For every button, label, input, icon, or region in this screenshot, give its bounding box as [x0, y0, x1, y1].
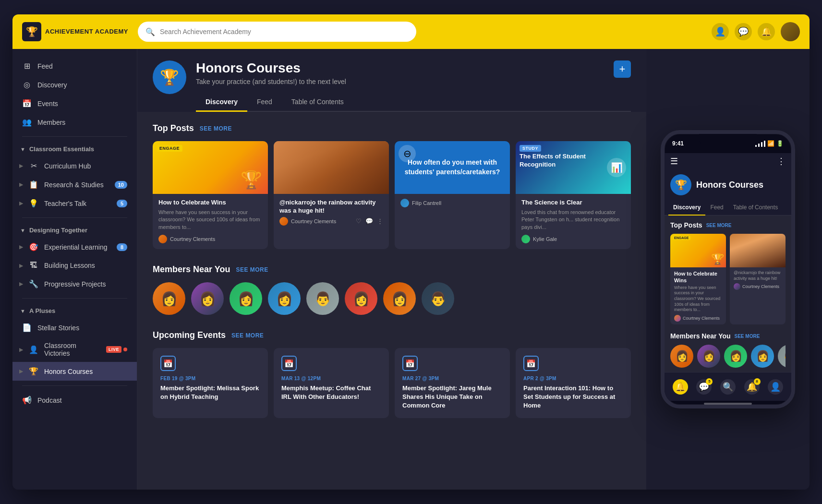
- section-label: Designing Together: [29, 227, 87, 234]
- sidebar-item-feed[interactable]: ⊞ Feed: [12, 57, 137, 75]
- post-card-2[interactable]: @nickarrojo the rainbow activity was a h…: [274, 141, 389, 249]
- phone-member-1[interactable]: 👩: [670, 345, 693, 368]
- phone-members-see-more[interactable]: SEE MORE: [735, 334, 760, 339]
- notification-icon-btn[interactable]: 🔔: [758, 23, 775, 40]
- tabs-bar: Discovery Feed Table of Contents: [196, 93, 631, 112]
- event-card-1[interactable]: 📅 FEB 19 @ 3PM Member Spotlight: Melissa…: [153, 348, 268, 418]
- event-card-4[interactable]: 📅 APR 2 @ 3PM Parent Interaction 101: Ho…: [516, 348, 631, 418]
- section-designing-together[interactable]: ▼ Designing Together: [12, 223, 137, 238]
- expand-arrow-icon: ▶: [19, 181, 23, 188]
- phone-post-excerpt-2: @nickarrojo the rainbow activity was a h…: [734, 270, 782, 281]
- phone-trophy-icon: 🏆: [711, 253, 724, 265]
- phone-tag-1: ENGAGE: [672, 236, 690, 240]
- sidebar-item-discovery[interactable]: ◎ Discovery: [12, 75, 137, 94]
- phone-bottom-home[interactable]: 🔔: [673, 379, 688, 395]
- events-icon: 📅: [22, 99, 32, 108]
- phone-tab-feed[interactable]: Feed: [705, 200, 728, 216]
- member-avatar-6[interactable]: 👩: [345, 282, 377, 315]
- content-area: 🏆 Honors Courses Take your practice (and…: [137, 49, 646, 490]
- phone-post-img-1: ENGAGE 🏆: [670, 234, 726, 267]
- live-circle-icon: [123, 348, 127, 351]
- section-classroom-essentials[interactable]: ▼ Classroom Essentials: [12, 142, 137, 156]
- phone-group-header: 🏆 Honors Courses: [665, 169, 791, 200]
- sidebar-item-building-lessons[interactable]: ▶ 🏗 Building Lessons: [12, 256, 137, 275]
- sidebar-item-experiential-learning[interactable]: ▶ 🎯 Experiential Learning 8: [12, 238, 137, 256]
- sidebar-item-label: Discovery: [37, 81, 67, 89]
- more-options-icon[interactable]: ⋮: [777, 156, 786, 167]
- members-see-more[interactable]: SEE MORE: [236, 266, 268, 273]
- phone-post-img-2: [730, 234, 786, 267]
- event-card-3[interactable]: 📅 MAR 27 @ 3PM Member Spotlight: Jareg M…: [395, 348, 510, 418]
- phone-bottom-profile[interactable]: 👤: [768, 379, 783, 395]
- phone-post-card-2[interactable]: @nickarrojo the rainbow activity was a h…: [730, 234, 786, 324]
- phone-bottom-bell[interactable]: 🔔 8: [744, 379, 760, 395]
- experiential-icon: 🎯: [29, 242, 38, 252]
- post-author-1: Courtney Clements: [158, 235, 262, 243]
- sidebar-item-research-studies[interactable]: ▶ 📋 Research & Studies 10: [12, 175, 137, 194]
- experiential-badge: 8: [117, 243, 127, 251]
- phone-bottom-bar: 🔔 💬 5 🔍 🔔 8: [665, 372, 791, 401]
- live-badge: LIVE: [106, 346, 127, 353]
- phone-member-4[interactable]: 👩: [751, 345, 774, 368]
- phone-post-card-1[interactable]: ENGAGE 🏆 How to Celebrate Wins Where hav…: [670, 234, 726, 324]
- phone-member-3[interactable]: 👩: [724, 345, 747, 368]
- post-card-1[interactable]: ENGAGE 🏆 How to Celebrate Wins Where hav…: [153, 141, 268, 249]
- phone-notch: [699, 134, 757, 146]
- member-img-7: 👩: [383, 282, 416, 315]
- honors-icon: 🏆: [29, 367, 38, 376]
- sidebar-item-teachers-talk[interactable]: ▶ 💡 Teacher's Talk 5: [12, 194, 137, 213]
- post-card-4[interactable]: STUDY The Effects of Student Recognition…: [516, 141, 631, 249]
- member-avatar-5[interactable]: 👨: [306, 282, 339, 315]
- phone-group-logo: 🏆: [670, 174, 691, 195]
- search-input[interactable]: [160, 28, 409, 36]
- phone-tab-discovery[interactable]: Discovery: [668, 200, 705, 216]
- phone-top-posts-see-more[interactable]: SEE MORE: [706, 223, 732, 228]
- member-avatar-2[interactable]: 👩: [191, 282, 224, 315]
- member-avatar-8[interactable]: 👨: [422, 282, 454, 315]
- tab-discovery[interactable]: Discovery: [196, 93, 247, 112]
- user-avatar-btn[interactable]: [781, 22, 800, 41]
- sidebar-item-podcast[interactable]: 📢 Podcast: [12, 391, 137, 409]
- add-button[interactable]: +: [614, 60, 631, 78]
- phone-members-row: 👩 👩 👩 👩 👨: [670, 345, 786, 368]
- events-see-more[interactable]: SEE MORE: [231, 332, 264, 339]
- post-excerpt-1: Where have you seen success in your clas…: [158, 209, 262, 231]
- phone-bottom-chat[interactable]: 💬 5: [696, 379, 712, 395]
- event-card-2[interactable]: 📅 MAR 13 @ 12PM Memphis Meetup: Coffee C…: [274, 348, 389, 418]
- phone-bottom-search[interactable]: 🔍: [720, 379, 736, 395]
- search-bar[interactable]: 🔍: [138, 22, 416, 42]
- member-avatar-1[interactable]: 👩: [153, 282, 185, 315]
- sidebar-item-members[interactable]: 👥 Members: [12, 113, 137, 132]
- sidebar-item-label: Experiential Learning: [44, 243, 108, 251]
- people-icon-btn[interactable]: 👤: [712, 23, 729, 40]
- phone-tab-toc[interactable]: Table of Contents: [728, 200, 783, 216]
- post-card-image-3: ⊖ How often do you meet with students' p…: [395, 141, 510, 194]
- sidebar-item-progressive-projects[interactable]: ▶ 🔧 Progressive Projects: [12, 275, 137, 293]
- member-avatar-3[interactable]: 👩: [230, 282, 262, 315]
- member-avatar-4[interactable]: 👩: [268, 282, 301, 315]
- sidebar-item-curriculum-hub[interactable]: ▶ ✂ Curriculum Hub: [12, 156, 137, 175]
- tab-table-of-contents[interactable]: Table of Contents: [282, 93, 353, 112]
- phone-home-icon: 🔔: [673, 379, 688, 395]
- section-a-pluses[interactable]: ▼ A Pluses: [12, 303, 137, 318]
- phone-author-av-2: [734, 283, 740, 290]
- phone-member-5[interactable]: 👨: [778, 345, 786, 368]
- post-card-image-1: ENGAGE 🏆: [153, 141, 268, 194]
- tab-feed[interactable]: Feed: [247, 93, 282, 112]
- sidebar-item-classroom-victories[interactable]: ▶ 👤 Classroom Victories LIVE: [12, 337, 137, 362]
- sidebar-item-stellar-stories[interactable]: 📄 Stellar Stories: [12, 318, 137, 337]
- top-posts-see-more[interactable]: SEE MORE: [200, 125, 232, 132]
- phone-author-name-1: Courtney Clements: [683, 316, 720, 321]
- member-avatar-7[interactable]: 👩: [383, 282, 416, 315]
- events-title: Upcoming Events: [153, 330, 226, 340]
- comment-icon: 💬: [365, 217, 373, 225]
- phone-frame: 9:41 📶 🔋 ☰: [661, 130, 795, 408]
- sidebar-item-events[interactable]: 📅 Events: [12, 94, 137, 113]
- post-card-3[interactable]: ⊖ How often do you meet with students' p…: [395, 141, 510, 249]
- sidebar-item-honors-courses[interactable]: ▶ 🏆 Honors Courses: [12, 362, 137, 381]
- phone-member-2[interactable]: 👩: [697, 345, 720, 368]
- hamburger-icon[interactable]: ☰: [670, 156, 678, 167]
- author-avatar-1: [158, 235, 167, 243]
- sidebar-item-label: Building Lessons: [44, 262, 95, 269]
- chat-icon-btn[interactable]: 💬: [735, 23, 752, 40]
